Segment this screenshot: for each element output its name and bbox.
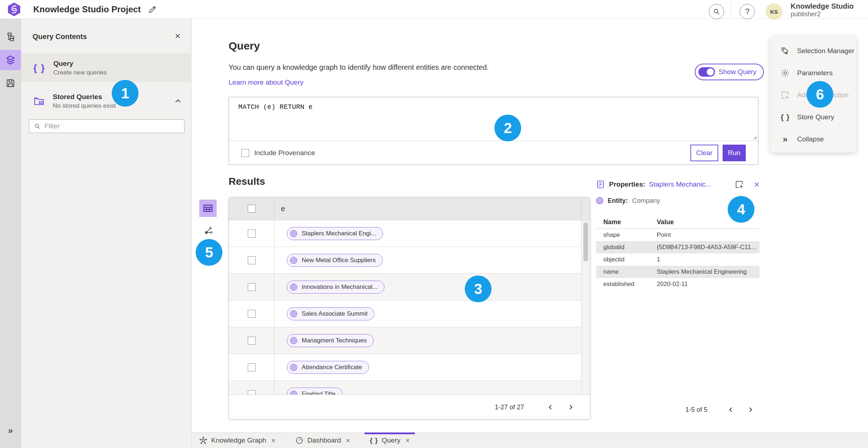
select-all-checkbox[interactable]: [248, 205, 256, 213]
show-query-label: Show Query: [719, 68, 757, 76]
tab-dashboard[interactable]: Dashboard ×: [290, 433, 356, 448]
filter-input[interactable]: [44, 122, 180, 130]
row-checkbox[interactable]: [248, 363, 256, 371]
table-row[interactable]: Sales Associate Summit: [229, 300, 590, 327]
row-checkbox[interactable]: [248, 310, 256, 318]
row-checkbox[interactable]: [248, 337, 256, 345]
avatar[interactable]: KS: [766, 3, 782, 20]
row-checkbox[interactable]: [248, 256, 256, 264]
query-item-title: Query: [53, 60, 182, 68]
table-icon: [203, 203, 213, 214]
menu-item-collapse[interactable]: » Collapse: [770, 128, 856, 150]
scrollbar-thumb[interactable]: [583, 222, 588, 261]
step-badge-6: 6: [807, 81, 833, 108]
table-row[interactable]: Staplers Mechanical Engi...: [229, 220, 590, 247]
tab-knowledge-graph[interactable]: Knowledge Graph ×: [194, 433, 281, 448]
left-icon-rail: »: [0, 19, 21, 448]
edit-title-pencil-icon[interactable]: [148, 4, 158, 15]
stored-queries-folder-icon: [33, 95, 45, 107]
property-row: objectid 1: [596, 253, 760, 266]
entity-pill[interactable]: New Metal Office Suppliers: [287, 254, 383, 267]
chevron-left-icon[interactable]: [544, 401, 557, 413]
menu-item-store-query[interactable]: { } Store Query: [770, 106, 856, 128]
query-item-subtitle: Create new queries: [53, 69, 182, 76]
tab-close-icon[interactable]: ×: [405, 437, 410, 444]
sidebar-item-stored-queries[interactable]: Stored Queries No stored queries exist: [21, 87, 192, 116]
row-checkbox[interactable]: [248, 230, 256, 238]
property-row: shape Point: [596, 229, 760, 241]
results-scrollbar[interactable]: [581, 220, 590, 394]
property-row: globalid {5D9B4713-F98D-4A53-A59F-C11...: [596, 241, 760, 253]
menu-item-selection-manager[interactable]: Selection Manager: [770, 40, 856, 62]
table-row[interactable]: Firebird Title: [229, 381, 590, 394]
results-table-card: e Staplers Mechanical Engi... New Metal …: [229, 197, 590, 419]
entity-pill[interactable]: Sales Associate Summit: [287, 307, 374, 320]
entity-pill[interactable]: Attendance Certificate: [287, 361, 369, 374]
properties-pagination: 1-5 of 5: [685, 404, 757, 416]
show-query-toggle[interactable]: Show Query: [695, 64, 764, 80]
sidebar-item-query[interactable]: { } Query Create new queries: [21, 54, 192, 82]
table-row[interactable]: Innovations in Mechanical...: [229, 274, 590, 300]
entity-pill[interactable]: Innovations in Mechanical...: [287, 281, 384, 294]
project-title: Knowledge Studio Project: [33, 4, 141, 14]
sidebar-item-hierarchy[interactable]: [0, 27, 21, 47]
tab-close-icon[interactable]: ×: [271, 437, 276, 444]
double-chevron-right-icon: »: [8, 426, 13, 436]
clear-button[interactable]: Clear: [690, 145, 718, 161]
expand-rail-button[interactable]: »: [0, 423, 21, 438]
properties-doc-icon: [596, 180, 605, 189]
braces-icon: { }: [780, 113, 790, 121]
column-header-name: Name: [596, 218, 657, 226]
entity-pill[interactable]: Staplers Mechanical Engi...: [287, 227, 383, 240]
table-row[interactable]: Managment Techniques: [229, 327, 590, 354]
chevron-right-icon[interactable]: [744, 404, 757, 416]
page-title: Query: [229, 40, 260, 52]
query-editor-input[interactable]: MATCH (e) RETURN e: [229, 97, 758, 141]
chevron-left-icon[interactable]: [725, 404, 737, 416]
learn-more-link[interactable]: Learn more about Query: [229, 78, 303, 86]
properties-label: Properties:: [609, 180, 645, 188]
step-badge-5: 5: [196, 239, 222, 266]
resize-handle-icon[interactable]: [753, 135, 757, 140]
link-chart-view-button[interactable]: [200, 222, 217, 239]
table-row[interactable]: New Metal Office Suppliers: [229, 247, 590, 274]
step-badge-1: 1: [112, 80, 139, 107]
query-editor-card: MATCH (e) RETURN e Include Provenance Cl…: [229, 97, 758, 165]
menu-item-parameters[interactable]: Parameters: [770, 62, 856, 84]
chevron-up-icon[interactable]: [174, 98, 182, 105]
braces-icon: { }: [33, 63, 45, 74]
properties-entity-link[interactable]: Staplers Mechanic...: [649, 180, 711, 188]
user-info[interactable]: Knowledge Studio publisher2: [791, 2, 854, 18]
table-row[interactable]: Attendance Certificate: [229, 354, 590, 381]
column-header-e: e: [275, 205, 581, 213]
panel-close-icon[interactable]: ×: [175, 31, 180, 40]
braces-icon: { }: [370, 436, 378, 444]
filter-field: [29, 119, 184, 133]
results-table-header: e: [229, 197, 590, 220]
tab-query[interactable]: { } Query ×: [365, 433, 415, 448]
entity-pill[interactable]: Firebird Title: [287, 388, 342, 395]
include-provenance-checkbox[interactable]: [241, 149, 249, 157]
entity-value: Company: [632, 197, 660, 205]
search-button[interactable]: [709, 4, 724, 19]
entity-pill[interactable]: Managment Techniques: [287, 334, 374, 347]
run-button[interactable]: Run: [723, 145, 746, 161]
sidebar-item-save[interactable]: [0, 73, 21, 93]
chevron-right-icon[interactable]: [565, 401, 577, 413]
tab-close-icon[interactable]: ×: [346, 437, 350, 444]
sidebar-item-query-layers[interactable]: [0, 50, 21, 70]
table-view-button[interactable]: [199, 200, 217, 217]
row-checkbox[interactable]: [248, 283, 256, 291]
add-to-selection-icon[interactable]: [735, 180, 744, 189]
double-chevron-right-icon: »: [780, 134, 790, 144]
user-name: Knowledge Studio: [791, 2, 854, 10]
panel-divider: [21, 53, 191, 54]
avatar-initials: KS: [770, 9, 778, 15]
properties-close-icon[interactable]: ×: [754, 180, 760, 189]
help-button[interactable]: ?: [740, 4, 755, 19]
step-badge-3: 3: [465, 276, 492, 302]
row-checkbox[interactable]: [248, 390, 256, 395]
hierarchy-icon: [5, 32, 16, 42]
topbar-divider: [731, 3, 731, 17]
entity-dot-icon: [290, 364, 297, 371]
